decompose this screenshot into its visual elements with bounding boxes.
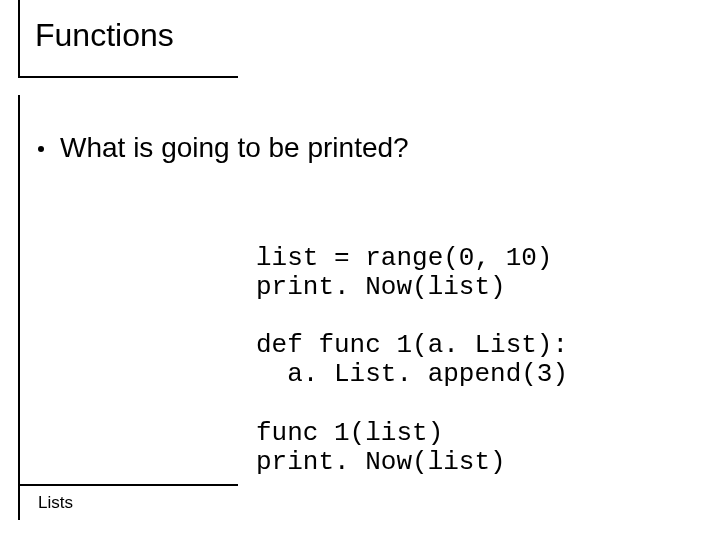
- bullet-text: What is going to be printed?: [60, 132, 409, 164]
- title-box: Functions: [18, 0, 238, 78]
- code-block: list = range(0, 10) print. Now(list) def…: [256, 244, 568, 477]
- slide-title: Functions: [35, 17, 174, 54]
- bullet-row: What is going to be printed?: [38, 132, 409, 164]
- slide: Functions What is going to be printed? l…: [0, 0, 720, 540]
- bullet-icon: [38, 146, 44, 152]
- left-rail: [18, 95, 20, 485]
- footer-box: Lists: [18, 484, 238, 520]
- footer-label: Lists: [38, 493, 73, 513]
